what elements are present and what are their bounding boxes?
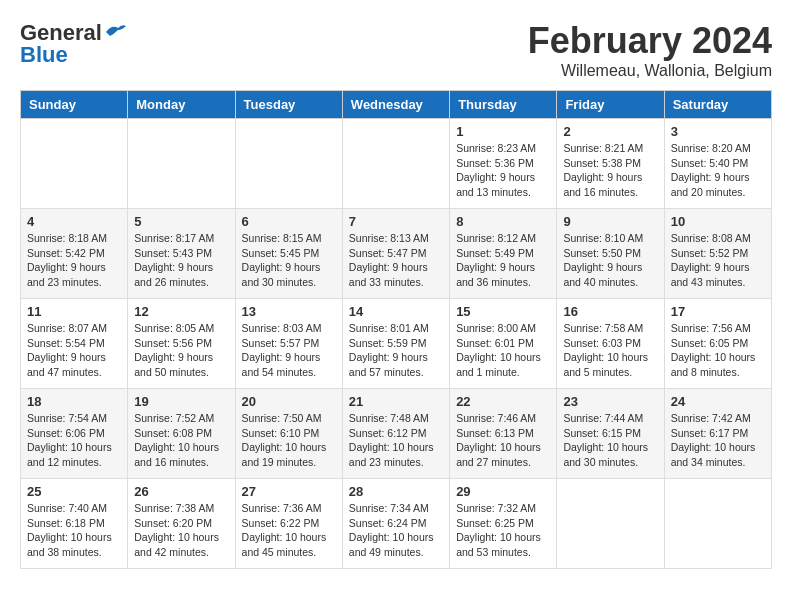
calendar-cell: 8Sunrise: 8:12 AMSunset: 5:49 PMDaylight… [450, 209, 557, 299]
weekday-header: Saturday [664, 91, 771, 119]
calendar-cell: 9Sunrise: 8:10 AMSunset: 5:50 PMDaylight… [557, 209, 664, 299]
cell-info: Sunrise: 7:42 AMSunset: 6:17 PMDaylight:… [671, 411, 765, 470]
cell-info: Sunrise: 7:50 AMSunset: 6:10 PMDaylight:… [242, 411, 336, 470]
calendar-cell: 26Sunrise: 7:38 AMSunset: 6:20 PMDayligh… [128, 479, 235, 569]
cell-info: Sunrise: 7:40 AMSunset: 6:18 PMDaylight:… [27, 501, 121, 560]
day-number: 14 [349, 304, 443, 319]
cell-info: Sunrise: 8:05 AMSunset: 5:56 PMDaylight:… [134, 321, 228, 380]
calendar-cell: 7Sunrise: 8:13 AMSunset: 5:47 PMDaylight… [342, 209, 449, 299]
header: General Blue February 2024 Willemeau, Wa… [20, 20, 772, 80]
calendar-cell [664, 479, 771, 569]
calendar-cell: 22Sunrise: 7:46 AMSunset: 6:13 PMDayligh… [450, 389, 557, 479]
calendar-week-row: 11Sunrise: 8:07 AMSunset: 5:54 PMDayligh… [21, 299, 772, 389]
weekday-header: Friday [557, 91, 664, 119]
calendar-cell: 16Sunrise: 7:58 AMSunset: 6:03 PMDayligh… [557, 299, 664, 389]
calendar-cell: 29Sunrise: 7:32 AMSunset: 6:25 PMDayligh… [450, 479, 557, 569]
weekday-header: Thursday [450, 91, 557, 119]
cell-info: Sunrise: 7:44 AMSunset: 6:15 PMDaylight:… [563, 411, 657, 470]
calendar-cell: 12Sunrise: 8:05 AMSunset: 5:56 PMDayligh… [128, 299, 235, 389]
logo-blue: Blue [20, 42, 68, 68]
cell-info: Sunrise: 7:58 AMSunset: 6:03 PMDaylight:… [563, 321, 657, 380]
day-number: 17 [671, 304, 765, 319]
calendar-cell [128, 119, 235, 209]
cell-info: Sunrise: 7:56 AMSunset: 6:05 PMDaylight:… [671, 321, 765, 380]
weekday-header: Sunday [21, 91, 128, 119]
calendar-cell [21, 119, 128, 209]
calendar-cell: 14Sunrise: 8:01 AMSunset: 5:59 PMDayligh… [342, 299, 449, 389]
day-number: 4 [27, 214, 121, 229]
day-number: 29 [456, 484, 550, 499]
calendar-cell [342, 119, 449, 209]
calendar-cell: 21Sunrise: 7:48 AMSunset: 6:12 PMDayligh… [342, 389, 449, 479]
cell-info: Sunrise: 8:10 AMSunset: 5:50 PMDaylight:… [563, 231, 657, 290]
location-title: Willemeau, Wallonia, Belgium [528, 62, 772, 80]
calendar-cell: 23Sunrise: 7:44 AMSunset: 6:15 PMDayligh… [557, 389, 664, 479]
cell-info: Sunrise: 8:21 AMSunset: 5:38 PMDaylight:… [563, 141, 657, 200]
day-number: 23 [563, 394, 657, 409]
day-number: 20 [242, 394, 336, 409]
day-number: 27 [242, 484, 336, 499]
cell-info: Sunrise: 7:38 AMSunset: 6:20 PMDaylight:… [134, 501, 228, 560]
month-title: February 2024 [528, 20, 772, 62]
cell-info: Sunrise: 8:20 AMSunset: 5:40 PMDaylight:… [671, 141, 765, 200]
day-number: 25 [27, 484, 121, 499]
calendar-cell: 13Sunrise: 8:03 AMSunset: 5:57 PMDayligh… [235, 299, 342, 389]
calendar-week-row: 4Sunrise: 8:18 AMSunset: 5:42 PMDaylight… [21, 209, 772, 299]
title-area: February 2024 Willemeau, Wallonia, Belgi… [528, 20, 772, 80]
calendar-table: SundayMondayTuesdayWednesdayThursdayFrid… [20, 90, 772, 569]
cell-info: Sunrise: 8:15 AMSunset: 5:45 PMDaylight:… [242, 231, 336, 290]
cell-info: Sunrise: 8:01 AMSunset: 5:59 PMDaylight:… [349, 321, 443, 380]
day-number: 22 [456, 394, 550, 409]
calendar-cell [557, 479, 664, 569]
calendar-week-row: 1Sunrise: 8:23 AMSunset: 5:36 PMDaylight… [21, 119, 772, 209]
logo: General Blue [20, 20, 126, 68]
weekday-header: Monday [128, 91, 235, 119]
calendar-cell: 20Sunrise: 7:50 AMSunset: 6:10 PMDayligh… [235, 389, 342, 479]
cell-info: Sunrise: 7:48 AMSunset: 6:12 PMDaylight:… [349, 411, 443, 470]
day-number: 28 [349, 484, 443, 499]
cell-info: Sunrise: 7:46 AMSunset: 6:13 PMDaylight:… [456, 411, 550, 470]
logo-bird-icon [104, 22, 126, 40]
cell-info: Sunrise: 7:52 AMSunset: 6:08 PMDaylight:… [134, 411, 228, 470]
cell-info: Sunrise: 8:08 AMSunset: 5:52 PMDaylight:… [671, 231, 765, 290]
calendar-cell: 17Sunrise: 7:56 AMSunset: 6:05 PMDayligh… [664, 299, 771, 389]
day-number: 24 [671, 394, 765, 409]
calendar-cell: 24Sunrise: 7:42 AMSunset: 6:17 PMDayligh… [664, 389, 771, 479]
calendar-cell: 4Sunrise: 8:18 AMSunset: 5:42 PMDaylight… [21, 209, 128, 299]
day-number: 5 [134, 214, 228, 229]
day-number: 1 [456, 124, 550, 139]
cell-info: Sunrise: 7:32 AMSunset: 6:25 PMDaylight:… [456, 501, 550, 560]
calendar-cell: 10Sunrise: 8:08 AMSunset: 5:52 PMDayligh… [664, 209, 771, 299]
day-number: 7 [349, 214, 443, 229]
cell-info: Sunrise: 8:03 AMSunset: 5:57 PMDaylight:… [242, 321, 336, 380]
day-number: 6 [242, 214, 336, 229]
cell-info: Sunrise: 8:17 AMSunset: 5:43 PMDaylight:… [134, 231, 228, 290]
calendar-cell: 15Sunrise: 8:00 AMSunset: 6:01 PMDayligh… [450, 299, 557, 389]
day-number: 18 [27, 394, 121, 409]
cell-info: Sunrise: 7:36 AMSunset: 6:22 PMDaylight:… [242, 501, 336, 560]
calendar-cell: 11Sunrise: 8:07 AMSunset: 5:54 PMDayligh… [21, 299, 128, 389]
day-number: 12 [134, 304, 228, 319]
day-number: 2 [563, 124, 657, 139]
calendar-cell: 3Sunrise: 8:20 AMSunset: 5:40 PMDaylight… [664, 119, 771, 209]
day-number: 10 [671, 214, 765, 229]
weekday-header: Wednesday [342, 91, 449, 119]
calendar-header-row: SundayMondayTuesdayWednesdayThursdayFrid… [21, 91, 772, 119]
cell-info: Sunrise: 8:23 AMSunset: 5:36 PMDaylight:… [456, 141, 550, 200]
cell-info: Sunrise: 7:34 AMSunset: 6:24 PMDaylight:… [349, 501, 443, 560]
calendar-cell: 19Sunrise: 7:52 AMSunset: 6:08 PMDayligh… [128, 389, 235, 479]
cell-info: Sunrise: 8:12 AMSunset: 5:49 PMDaylight:… [456, 231, 550, 290]
calendar-cell: 28Sunrise: 7:34 AMSunset: 6:24 PMDayligh… [342, 479, 449, 569]
cell-info: Sunrise: 7:54 AMSunset: 6:06 PMDaylight:… [27, 411, 121, 470]
cell-info: Sunrise: 8:00 AMSunset: 6:01 PMDaylight:… [456, 321, 550, 380]
calendar-week-row: 25Sunrise: 7:40 AMSunset: 6:18 PMDayligh… [21, 479, 772, 569]
calendar-week-row: 18Sunrise: 7:54 AMSunset: 6:06 PMDayligh… [21, 389, 772, 479]
calendar-cell [235, 119, 342, 209]
weekday-header: Tuesday [235, 91, 342, 119]
cell-info: Sunrise: 8:13 AMSunset: 5:47 PMDaylight:… [349, 231, 443, 290]
day-number: 8 [456, 214, 550, 229]
day-number: 11 [27, 304, 121, 319]
day-number: 15 [456, 304, 550, 319]
cell-info: Sunrise: 8:07 AMSunset: 5:54 PMDaylight:… [27, 321, 121, 380]
calendar-cell: 5Sunrise: 8:17 AMSunset: 5:43 PMDaylight… [128, 209, 235, 299]
